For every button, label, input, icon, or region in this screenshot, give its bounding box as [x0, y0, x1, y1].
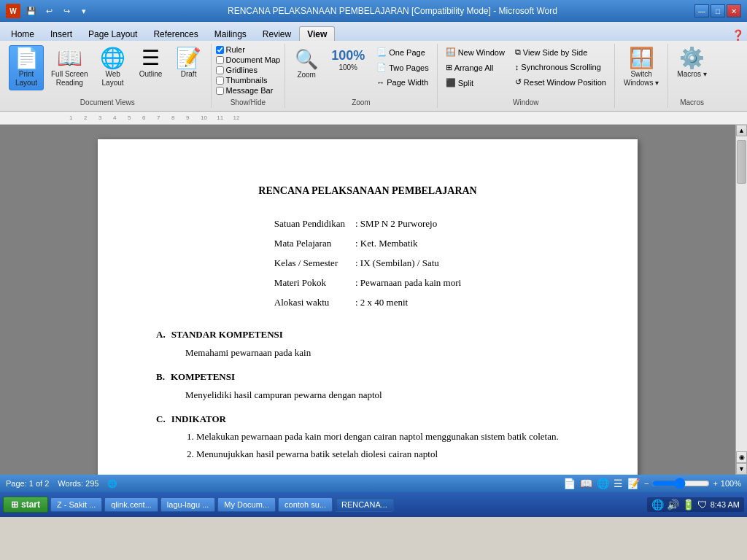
field-value-5: : 2 x 40 menit [351, 294, 465, 312]
zoom-options: 📃 One Page 📄 Two Pages ↔ Page Width [373, 45, 432, 89]
tab-references[interactable]: References [145, 26, 206, 41]
view-print-layout-btn[interactable]: 📄 [563, 478, 576, 489]
tray-security-icon[interactable]: 🛡 [697, 499, 708, 510]
page-width-label: Page Width [387, 78, 428, 87]
tab-review[interactable]: Review [255, 26, 299, 41]
message-bar-checkbox[interactable]: Message Bar [216, 86, 281, 95]
quick-access-redo[interactable]: ↪ [60, 4, 73, 18]
taskbar-item-4[interactable]: contoh su... [278, 497, 333, 512]
title-bar: W 💾 ↩ ↪ ▾ RENCANA PELAKSANAAN PEMBELAJAR… [0, 0, 747, 22]
tray-battery-icon[interactable]: 🔋 [682, 499, 694, 510]
document-area: RENCANA PELAKSANAAN PEMBELAJARAN Satuan … [0, 125, 747, 475]
taskbar-item-1[interactable]: qlink.cent... [104, 497, 158, 512]
full-screen-reading-button[interactable]: 📖 Full ScreenReading [47, 45, 93, 90]
zoom-slider-input[interactable] [651, 478, 710, 489]
maximize-button[interactable]: □ [711, 4, 725, 18]
draft-label: Draft [181, 70, 197, 79]
print-layout-button[interactable]: 📄 PrintLayout [9, 45, 44, 90]
tab-insert[interactable]: Insert [42, 26, 80, 41]
view-full-screen-btn[interactable]: 📖 [580, 478, 592, 489]
section-b-heading: KOMPETENSI [171, 370, 235, 385]
print-layout-icon: 📄 [14, 48, 39, 69]
vertical-scrollbar[interactable]: ▲ ◉ ▼ [735, 125, 747, 475]
one-page-icon: 📃 [376, 47, 387, 57]
gridlines-checkbox[interactable]: Gridlines [216, 66, 281, 74]
two-pages-button[interactable]: 📄 Two Pages [373, 61, 432, 74]
ruler-horizontal: 1 2 3 4 5 6 7 8 9 10 11 12 [0, 112, 747, 125]
tray-network-icon[interactable]: 🌐 [651, 499, 664, 510]
zoom-button[interactable]: 🔍 Zoom [290, 45, 323, 82]
zoom-100-label: 100% [338, 63, 357, 71]
start-button[interactable]: ⊞ start [3, 497, 48, 513]
scroll-track[interactable] [736, 136, 747, 451]
browse-object-button[interactable]: ◉ [736, 451, 747, 463]
thumbnails-checkbox[interactable]: Thumbnails [216, 76, 281, 85]
split-label: Split [458, 79, 473, 88]
tray-volume-icon[interactable]: 🔊 [667, 499, 679, 510]
help-icon[interactable]: ❓ [732, 29, 744, 41]
zoom-in-btn[interactable]: + [713, 479, 717, 488]
taskbar-item-5[interactable]: RENCANA... [335, 497, 394, 512]
view-web-btn[interactable]: 🌐 [597, 478, 609, 489]
scroll-down-button[interactable]: ▼ [736, 463, 747, 475]
taskbar-item-3[interactable]: My Docum... [217, 497, 276, 512]
field-value-2: : Ket. Membatik [351, 235, 465, 253]
ribbon-tabs: Home Insert Page Layout References Maili… [0, 22, 747, 41]
field-label-3: Kelas / Semester [270, 254, 349, 273]
scroll-thumb[interactable] [737, 140, 746, 184]
macros-button[interactable]: ⚙️ Macros ▾ [673, 45, 711, 82]
section-d-heading: TUJUAN PEMBELAJARAN [171, 471, 291, 475]
view-draft-btn[interactable]: 📝 [627, 478, 640, 489]
tab-page-layout[interactable]: Page Layout [80, 26, 145, 41]
field-label-4: Materi Pokok [270, 274, 349, 292]
tab-home[interactable]: Home [3, 26, 42, 41]
view-side-by-side-button[interactable]: ⧉ View Side by Side [511, 45, 610, 59]
ruler-checkbox[interactable]: Ruler [216, 45, 281, 54]
arrange-all-button[interactable]: ⊞ Arrange All [442, 61, 508, 74]
list-item: Menunujukkan hasil pewarna batik setelah… [196, 447, 579, 462]
section-a-body: Memahami pewarnaan pada kain [185, 346, 579, 361]
zoom-control[interactable]: − + 100% [644, 478, 741, 489]
one-page-button[interactable]: 📃 One Page [373, 45, 432, 59]
page-width-button[interactable]: ↔ Page Width [373, 76, 432, 89]
arrange-all-label: Arrange All [454, 63, 494, 72]
field-label-2: Mata Pelajaran [270, 235, 349, 253]
quick-access-undo[interactable]: ↩ [42, 4, 55, 18]
switch-windows-label: SwitchWindows ▾ [624, 70, 659, 88]
zoom-out-btn[interactable]: − [644, 479, 649, 488]
synchronous-scrolling-button[interactable]: ↕ Synchronous Scrolling [511, 61, 610, 74]
quick-access-save[interactable]: 💾 [25, 4, 38, 18]
two-pages-icon: 📄 [376, 63, 387, 72]
view-outline-btn[interactable]: ☰ [614, 478, 623, 489]
section-a-letter: A. [156, 327, 166, 343]
section-a-heading: STANDAR KOMPETENSI [171, 327, 283, 343]
section-b: B. KOMPETENSI Menyelidiki hasil campuran… [156, 370, 579, 403]
document-fields: Satuan Pendidikan : SMP N 2 Purworejo Ma… [268, 214, 467, 313]
tab-mailings[interactable]: Mailings [206, 26, 255, 41]
arrange-all-icon: ⊞ [446, 63, 452, 72]
print-layout-label: PrintLayout [15, 70, 37, 88]
section-b-body: Menyelidiki hasil campuran pewarna denga… [185, 388, 579, 403]
zoom-100-button[interactable]: 100% 100% [326, 45, 370, 74]
web-layout-button[interactable]: 🌐 WebLayout [96, 45, 131, 90]
split-button[interactable]: ⬛ Split [442, 76, 508, 90]
page-indicator: Page: 1 of 2 [6, 479, 49, 488]
tab-view[interactable]: View [299, 26, 335, 41]
document-map-checkbox[interactable]: Document Map [216, 55, 281, 64]
reset-window-position-button[interactable]: ↺ Reset Window Position [511, 75, 610, 89]
minimize-button[interactable]: — [694, 4, 709, 18]
taskbar: ⊞ start Z - Sakit ... qlink.cent... lagu… [0, 492, 747, 517]
close-button[interactable]: ✕ [727, 4, 741, 18]
outline-button[interactable]: ☰ Outline [133, 45, 169, 82]
language-icon: 🌐 [107, 479, 117, 489]
new-window-button[interactable]: 🪟 New Window [442, 45, 508, 59]
scroll-up-button[interactable]: ▲ [736, 125, 747, 136]
draft-button[interactable]: 📝 Draft [171, 45, 206, 82]
group-window-label: Window [513, 97, 539, 106]
document-scroll[interactable]: RENCANA PELAKSANAAN PEMBELAJARAN Satuan … [0, 125, 735, 475]
taskbar-item-0[interactable]: Z - Sakit ... [50, 497, 102, 512]
quick-access-dropdown[interactable]: ▾ [77, 4, 90, 18]
taskbar-item-2[interactable]: lagu-lagu ... [160, 497, 215, 512]
window-title: RENCANA PELAKSANAAN PEMBELAJARAN [Compat… [228, 6, 557, 16]
switch-windows-button[interactable]: 🪟 SwitchWindows ▾ [619, 45, 663, 90]
